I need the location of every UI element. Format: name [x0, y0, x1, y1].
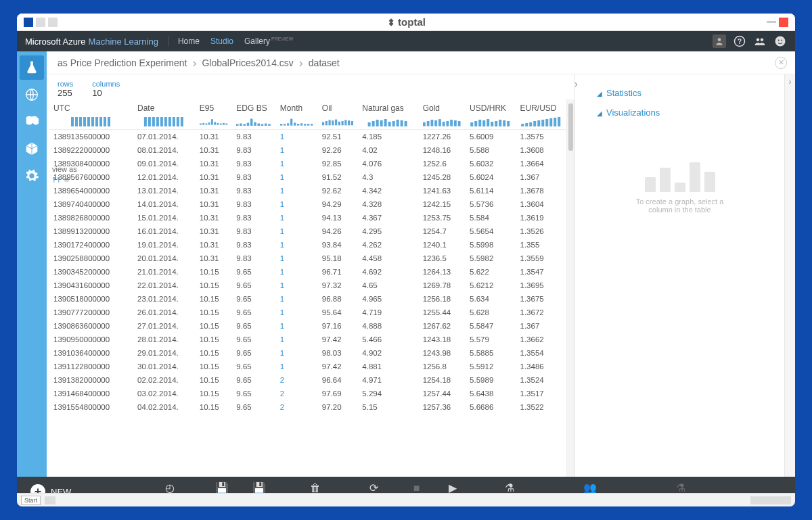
rail-settings-icon[interactable] [20, 164, 44, 188]
nav-studio[interactable]: Studio [210, 37, 233, 46]
group-icon[interactable] [753, 34, 767, 48]
table-cell: 1227.26 [419, 130, 466, 144]
nav-home[interactable]: Home [178, 37, 200, 46]
rail-models-icon[interactable] [20, 137, 44, 161]
table-row[interactable]: 138982680000015.01.2014.10.319.83194.134… [49, 211, 566, 224]
sparkline-icon [280, 116, 314, 126]
right-rail-collapse[interactable]: › [784, 74, 795, 477]
table-row[interactable]: 138913560000007.01.2014.10.319.83192.514… [49, 130, 566, 144]
svg-text:?: ? [738, 37, 742, 45]
rail-web-icon[interactable] [20, 82, 44, 107]
table-cell: 29.01.2014. [133, 346, 196, 360]
nav-gallery[interactable]: GalleryPREVIEW [244, 37, 293, 46]
table-cell: 1390777200000 [49, 306, 133, 319]
table-row[interactable]: 138991320000016.01.2014.10.319.83194.264… [49, 224, 566, 238]
table-row[interactable]: 138965400000013.01.2014.10.319.83192.624… [49, 184, 566, 197]
table-cell: 10.31 [196, 211, 233, 224]
svg-rect-44 [247, 123, 249, 126]
view-as-control[interactable]: view as ⫯⫯ ≡ [52, 165, 77, 185]
svg-rect-88 [450, 120, 453, 126]
breadcrumb-file[interactable]: GlobalPrices2014.csv [202, 57, 293, 68]
column-header[interactable]: USD/HRK [466, 99, 516, 130]
table-cell: 92.26 [318, 143, 359, 157]
table-cell: 10.15 [196, 373, 233, 387]
table-cell: 5.294 [358, 387, 418, 400]
rail-datasets-icon[interactable] [20, 110, 44, 134]
svg-rect-72 [372, 121, 375, 126]
collapse-right-icon[interactable]: › [574, 78, 584, 88]
table-cell: 4.902 [358, 346, 418, 360]
column-header[interactable]: E95 [196, 99, 233, 130]
view-as-table-icon[interactable]: ≡ [64, 174, 70, 185]
user-icon[interactable] [713, 34, 726, 48]
svg-rect-93 [478, 120, 481, 126]
table-row[interactable]: 139025880000020.01.2014.10.319.83195.184… [49, 252, 566, 265]
table-row[interactable]: 139034520000021.01.2014.10.159.65196.714… [49, 265, 566, 279]
taskbar-tray[interactable] [750, 496, 791, 504]
table-cell: 9.83 [232, 143, 275, 157]
table-cell: 1389740400000 [49, 197, 133, 211]
vertical-scrollbar[interactable] [566, 99, 574, 477]
taskbar-item[interactable] [45, 496, 55, 504]
table-row[interactable]: 138956760000012.01.2014.10.319.83191.524… [49, 170, 566, 184]
svg-rect-29 [177, 117, 179, 126]
statistics-section[interactable]: ◢Statistics [597, 88, 772, 98]
start-button[interactable]: Start [21, 496, 41, 505]
help-icon[interactable]: ? [733, 34, 746, 48]
rail-experiments-icon[interactable] [20, 55, 44, 80]
svg-rect-49 [265, 123, 267, 125]
table-row[interactable]: 139043160000022.01.2014.10.159.65197.324… [49, 279, 566, 292]
smile-icon[interactable] [773, 34, 787, 48]
table-cell: 94.13 [318, 211, 359, 224]
table-row[interactable]: 139103640000029.01.2014.10.159.65198.034… [49, 346, 566, 360]
table-cell: 9.83 [232, 157, 275, 170]
table-row[interactable]: 139112280000030.01.2014.10.159.65197.424… [49, 360, 566, 373]
table-row[interactable]: 138974040000014.01.2014.10.319.83194.294… [49, 197, 566, 211]
table-row[interactable]: 139155480000004.02.2014.10.159.65297.205… [49, 400, 566, 414]
sparkline-icon [423, 116, 461, 126]
column-header[interactable]: UTC [49, 99, 133, 130]
column-header[interactable]: EDG BS [232, 99, 275, 130]
table-row[interactable]: 139095000000028.01.2014.10.159.65197.425… [49, 333, 566, 346]
table-cell: 10.31 [196, 184, 233, 197]
column-header[interactable]: Month [276, 99, 318, 130]
column-header[interactable]: Oil [318, 99, 359, 130]
table-cell: 1254.7 [419, 224, 466, 238]
column-header[interactable]: Gold [419, 99, 466, 130]
table-row[interactable]: 139086360000027.01.2014.10.159.65197.164… [49, 319, 566, 333]
table-row[interactable]: 138922200000008.01.2014.10.319.83192.264… [49, 143, 566, 157]
svg-rect-83 [430, 120, 433, 126]
table-cell: 02.02.2014. [133, 373, 196, 387]
table-cell: 1 [276, 238, 318, 252]
table-cell: 03.02.2014. [133, 387, 196, 400]
view-as-chart-icon[interactable]: ⫯⫯ [52, 174, 62, 185]
column-header[interactable]: Date [133, 99, 196, 130]
table-cell: 5.15 [358, 400, 418, 414]
table-cell: 4.965 [358, 292, 418, 306]
table-row[interactable]: 139138200000002.02.2014.10.159.65296.644… [49, 373, 566, 387]
table-row[interactable]: 139146840000003.02.2014.10.159.65297.695… [49, 387, 566, 400]
rows-label: rows [58, 80, 73, 88]
close-icon[interactable] [779, 18, 788, 27]
table-cell: 10.15 [196, 360, 233, 373]
table-cell: 1390863600000 [49, 319, 133, 333]
visualizations-section[interactable]: ◢Visualizations [597, 108, 772, 118]
scrollbar-thumb[interactable] [568, 103, 573, 151]
svg-rect-24 [156, 117, 159, 126]
table-cell: 1389135600000 [49, 130, 133, 144]
column-header[interactable]: EUR/USD [516, 99, 566, 130]
table-row[interactable]: 139051800000023.01.2014.10.159.65196.884… [49, 292, 566, 306]
svg-rect-32 [202, 123, 204, 125]
table-row[interactable]: 138930840000009.01.2014.10.319.83192.854… [49, 157, 566, 170]
svg-rect-80 [405, 121, 407, 126]
table-cell: 09.01.2014. [133, 157, 196, 170]
table-row[interactable]: 139077720000026.01.2014.10.159.65195.644… [49, 306, 566, 319]
table-cell: 4.692 [358, 265, 418, 279]
table-cell: 9.65 [232, 265, 275, 279]
minimize-icon[interactable] [767, 21, 776, 23]
column-header[interactable]: Natural gas [358, 99, 418, 130]
breadcrumb-experiment[interactable]: as Price Prediction Experiment [58, 57, 187, 68]
svg-rect-34 [208, 122, 210, 125]
close-panel-icon[interactable]: ✕ [775, 57, 787, 69]
table-row[interactable]: 139017240000019.01.2014.10.319.83193.844… [49, 238, 566, 252]
